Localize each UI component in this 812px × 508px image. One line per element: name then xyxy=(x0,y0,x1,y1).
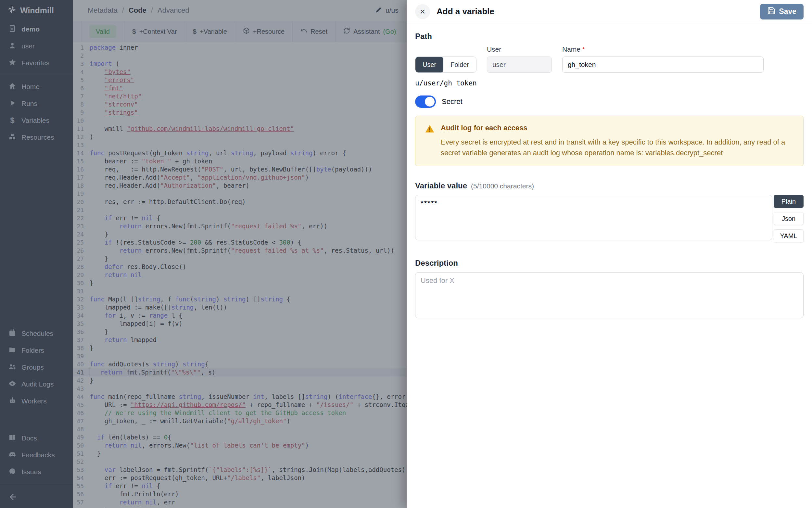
audit-warning-title: Audit log for each access xyxy=(441,124,794,132)
save-button[interactable]: Save xyxy=(760,4,804,19)
secret-label: Secret xyxy=(442,97,463,106)
owner-input[interactable] xyxy=(487,56,552,73)
close-icon[interactable]: × xyxy=(415,4,430,19)
drawer-body: Path User Folder User Name * xyxy=(407,24,812,508)
kind-user-button[interactable]: User xyxy=(416,57,443,73)
modal-overlay[interactable] xyxy=(0,0,407,508)
drawer-title: Add a variable xyxy=(436,6,754,16)
variable-name-input[interactable] xyxy=(562,56,764,73)
owner-label: User xyxy=(487,45,552,53)
path-heading: Path xyxy=(415,32,804,41)
variable-value-heading: Variable value xyxy=(415,181,467,190)
name-label: Name * xyxy=(562,45,764,53)
save-floppy-icon xyxy=(767,6,776,17)
secret-toggle[interactable] xyxy=(415,95,436,108)
format-plain-button[interactable]: Plain xyxy=(774,195,804,208)
add-variable-drawer: × Add a variable Save Path User Folder U… xyxy=(407,0,812,508)
warning-icon xyxy=(425,124,435,158)
drawer-header: × Add a variable Save xyxy=(407,0,812,24)
audit-warning: Audit log for each access Every secret i… xyxy=(415,116,804,166)
description-textarea[interactable]: Used for X xyxy=(415,272,804,318)
character-counter: (5/10000 characters) xyxy=(471,182,534,190)
app-window: Windmill demo user Favorites Home Runs $… xyxy=(0,0,812,508)
full-path-preview: u/user/gh_token xyxy=(415,79,804,87)
audit-warning-body: Every secret is encrypted at rest and in… xyxy=(441,137,792,158)
format-json-button[interactable]: Json xyxy=(774,212,804,225)
description-heading: Description xyxy=(415,259,804,268)
format-yaml-button[interactable]: YAML xyxy=(774,229,804,242)
value-format-switcher: Plain Json YAML xyxy=(774,195,804,242)
kind-folder-button[interactable]: Folder xyxy=(443,57,476,73)
path-kind-toggle: User Folder xyxy=(415,56,476,73)
variable-value-textarea[interactable]: ***** xyxy=(415,195,772,240)
required-asterisk: * xyxy=(582,45,585,53)
